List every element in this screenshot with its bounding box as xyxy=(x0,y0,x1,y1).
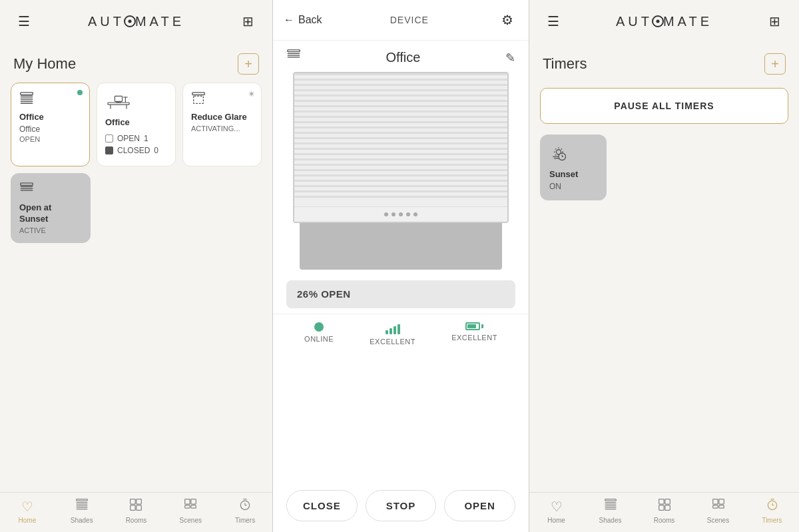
svg-rect-65 xyxy=(665,505,670,511)
grid-view-button[interactable]: ⊞ xyxy=(238,11,259,32)
shade-fabric xyxy=(300,223,502,270)
office-shade-subtitle: Office xyxy=(19,125,81,134)
scenes-icon xyxy=(184,498,197,515)
device-settings-button[interactable]: ⚙ xyxy=(497,9,518,31)
svg-rect-38 xyxy=(288,50,300,52)
timers-icon-left xyxy=(238,498,252,515)
svg-rect-69 xyxy=(718,505,724,508)
left-header: ☰ AUTMATE ⊞ xyxy=(0,0,272,43)
svg-rect-20 xyxy=(76,499,87,501)
nav-timers-left[interactable]: Timers xyxy=(228,498,262,524)
nav-home[interactable]: ♡ Home xyxy=(11,499,44,524)
reduce-glare-status: ACTIVATING... xyxy=(191,125,253,133)
nav-shades[interactable]: Shades xyxy=(65,498,99,524)
device-name-label: Office xyxy=(386,50,421,65)
device-header-title: DEVICE xyxy=(390,15,429,25)
online-dot xyxy=(314,322,324,332)
right-hamburger-button[interactable]: ☰ xyxy=(543,11,564,32)
back-label: Back xyxy=(298,14,322,26)
left-main-content: Office Office OPEN xyxy=(0,83,272,492)
right-nav-shades[interactable]: Shades xyxy=(594,498,627,524)
handle-dot-1 xyxy=(384,212,388,216)
my-home-title: My Home xyxy=(13,55,76,73)
open-dot xyxy=(105,134,113,142)
handle-dot-4 xyxy=(406,212,410,216)
office-room-title: Office xyxy=(105,117,167,129)
status-indicators: ONLINE EXCELLENT EXCELLENT xyxy=(273,314,529,354)
handle-dot-5 xyxy=(413,212,417,216)
right-nav-home[interactable]: ♡ Home xyxy=(540,499,573,524)
back-button[interactable]: ← Back xyxy=(284,14,322,26)
svg-rect-64 xyxy=(659,505,664,511)
battery-label: EXCELLENT xyxy=(451,334,497,342)
right-logo: AUTMATE xyxy=(616,14,712,29)
battery-tip xyxy=(481,324,483,328)
closed-count-row: CLOSED 0 xyxy=(105,146,167,155)
device-name-row: Office ✎ xyxy=(273,41,529,72)
shade-window xyxy=(293,72,509,223)
battery-fill xyxy=(467,324,476,328)
shade-icon xyxy=(19,91,81,109)
sunset-timer-name: Sunset xyxy=(549,169,597,179)
open-label: OPEN xyxy=(117,134,140,143)
handle-dot-3 xyxy=(399,212,403,216)
open-count-row: OPEN 1 xyxy=(105,134,167,143)
office-room-card[interactable]: Office OPEN 1 CLOSED 0 xyxy=(97,83,176,166)
svg-rect-30 xyxy=(185,499,190,505)
timer-card-icon xyxy=(19,182,82,200)
edit-icon[interactable]: ✎ xyxy=(505,51,515,65)
svg-line-50 xyxy=(555,154,556,155)
svg-rect-27 xyxy=(136,499,142,505)
svg-rect-32 xyxy=(185,505,190,508)
right-rooms-icon xyxy=(658,498,671,515)
svg-line-49 xyxy=(561,148,562,149)
closed-count: 0 xyxy=(154,146,158,155)
svg-rect-14 xyxy=(192,93,204,95)
svg-rect-56 xyxy=(605,499,616,501)
add-button[interactable]: + xyxy=(238,53,259,75)
reduce-glare-card[interactable]: ✴ Reduce Glare ACTIVATING... xyxy=(182,83,262,166)
signal-bars-icon xyxy=(386,322,400,334)
svg-rect-16 xyxy=(21,183,33,186)
right-hamburger-icon: ☰ xyxy=(547,13,559,29)
svg-rect-67 xyxy=(718,499,724,505)
room-icon xyxy=(105,91,167,115)
sunset-timer-card[interactable]: Sunset ON xyxy=(540,134,607,200)
control-buttons: CLOSE STOP OPEN xyxy=(273,482,529,532)
signal-indicator: EXCELLENT xyxy=(370,322,415,346)
open-at-sunset-card[interactable]: Open at Sunset ACTIVE xyxy=(11,173,91,243)
timers-section-header: Timers + xyxy=(529,43,799,83)
right-nav-scenes[interactable]: Scenes xyxy=(702,498,735,524)
open-percent-bar: 26% OPEN xyxy=(286,280,515,308)
right-grid-button[interactable]: ⊞ xyxy=(764,11,786,32)
middle-main-content: 26% OPEN ONLINE EXCELLENT xyxy=(273,72,529,482)
add-timer-button[interactable]: + xyxy=(764,53,786,75)
cards-row2: Open at Sunset ACTIVE xyxy=(0,166,272,243)
right-nav-rooms[interactable]: Rooms xyxy=(648,498,681,524)
sunset-timer-icon xyxy=(549,144,597,166)
timers-content: PAUSE ALL TIMERS xyxy=(529,83,799,206)
close-button[interactable]: CLOSE xyxy=(286,490,358,521)
nav-scenes[interactable]: Scenes xyxy=(174,498,207,524)
right-nav-timers[interactable]: Timers xyxy=(756,498,789,524)
hamburger-icon: ☰ xyxy=(18,13,30,29)
closed-label: CLOSED xyxy=(117,146,150,155)
closed-dot xyxy=(105,146,113,154)
battery-body xyxy=(465,322,480,330)
svg-rect-15 xyxy=(194,96,204,103)
svg-rect-29 xyxy=(136,505,142,511)
svg-rect-0 xyxy=(21,93,33,95)
grid-icon: ⊞ xyxy=(242,13,254,29)
stop-button[interactable]: STOP xyxy=(366,490,437,521)
svg-rect-33 xyxy=(191,505,196,508)
office-shade-card[interactable]: Office Office OPEN xyxy=(11,83,90,166)
right-grid-icon: ⊞ xyxy=(769,13,780,29)
left-panel: ☰ AUTMATE ⊞ My Home + xyxy=(0,0,273,532)
device-type-icon xyxy=(286,49,301,67)
open-button[interactable]: OPEN xyxy=(444,490,515,521)
battery-icon xyxy=(465,322,483,330)
pause-all-timers-button[interactable]: PAUSE ALL TIMERS xyxy=(540,88,788,124)
hamburger-menu-button[interactable]: ☰ xyxy=(13,11,35,32)
shade-visualization xyxy=(293,72,509,270)
nav-rooms[interactable]: Rooms xyxy=(119,498,152,524)
